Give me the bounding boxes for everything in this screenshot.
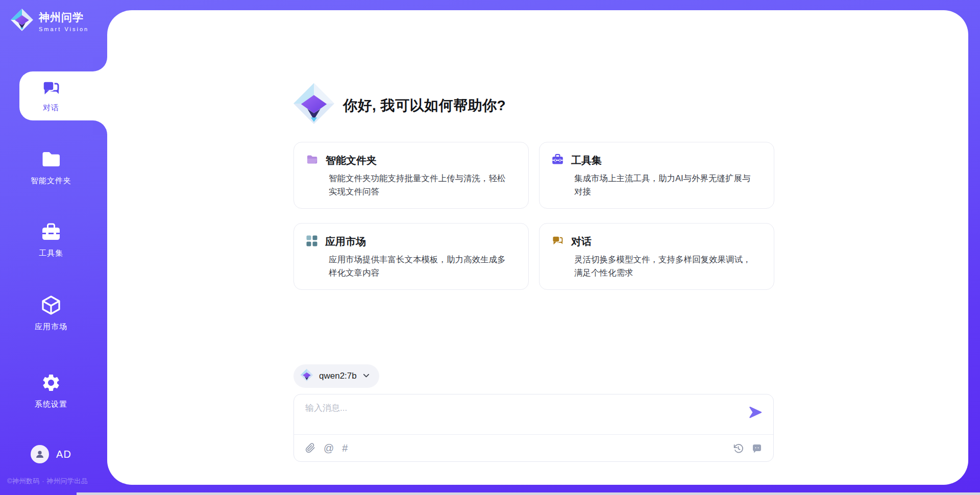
card-title: 工具集 — [571, 154, 602, 167]
message-composer: @ # — [293, 394, 774, 462]
brand-tagline: Smart Vision — [39, 26, 89, 32]
sidebar: 神州问学 Smart Vision 对话 智能文件夹 — [0, 0, 107, 495]
sidebar-item-settings[interactable]: 系统设置 — [0, 373, 102, 409]
folder-icon — [41, 149, 61, 171]
chevron-down-icon — [362, 372, 370, 381]
sidebar-item-label: 工具集 — [39, 249, 63, 258]
sidebar-item-tools[interactable]: 工具集 — [0, 222, 102, 258]
main-panel: 你好, 我可以如何帮助你? 智能文件夹 智能文件夹功能支持批量文件上传与清洗，轻… — [107, 10, 968, 485]
user-initials: AD — [56, 449, 71, 460]
sidebar-item-label: 智能文件夹 — [31, 176, 71, 186]
user-profile[interactable]: AD — [0, 445, 102, 463]
active-tab-fillet-bottom — [93, 120, 107, 135]
history-icon[interactable] — [733, 443, 744, 454]
card-smart-folders[interactable]: 智能文件夹 智能文件夹功能支持批量文件上传与清洗，轻松实现文件问答 — [293, 142, 529, 209]
sidebar-item-folders[interactable]: 智能文件夹 — [0, 149, 102, 186]
card-title: 应用市场 — [325, 235, 366, 249]
hashtag-icon[interactable]: # — [342, 443, 348, 453]
card-chat[interactable]: 对话 灵活切换多模型文件，支持多样回复效果调试，满足个性化需求 — [539, 223, 774, 290]
sidebar-item-chat[interactable]: 对话 — [19, 71, 107, 120]
mention-icon[interactable]: @ — [324, 443, 334, 453]
brand: 神州问学 Smart Vision — [10, 8, 89, 34]
card-title: 智能文件夹 — [326, 154, 377, 167]
composer-toolbar: @ # — [305, 435, 762, 461]
feature-cards: 智能文件夹 智能文件夹功能支持批量文件上传与清洗，轻松实现文件问答 工具集 集成… — [293, 142, 774, 290]
card-title: 对话 — [571, 235, 592, 249]
copyright-text: ©神州数码 · 神州问学出品 — [7, 477, 88, 486]
attachment-icon[interactable] — [305, 443, 315, 453]
chat-icon — [552, 235, 564, 249]
active-tab-fillet-top — [93, 57, 107, 71]
brand-name: 神州问学 — [39, 10, 89, 24]
card-app-market[interactable]: 应用市场 应用市场提供丰富长文本模板，助力高效生成多样化文章内容 — [293, 223, 529, 290]
folder-icon — [306, 154, 318, 167]
hero-diamond-icon — [292, 82, 335, 127]
bottom-edge-strip — [77, 492, 980, 495]
sidebar-item-label: 系统设置 — [35, 400, 67, 409]
chat-icon — [42, 79, 60, 100]
apps-grid-icon — [306, 235, 317, 249]
sidebar-item-market[interactable]: 应用市场 — [0, 295, 102, 332]
send-icon[interactable] — [748, 405, 763, 419]
sidebar-item-label: 对话 — [43, 103, 59, 113]
briefcase-icon — [41, 222, 61, 244]
card-description: 应用市场提供丰富长文本模板，助力高效生成多样化文章内容 — [329, 253, 510, 279]
page-title: 你好, 我可以如何帮助你? — [343, 96, 506, 115]
model-diamond-icon — [300, 368, 313, 384]
card-description: 智能文件夹功能支持批量文件上传与清洗，轻松实现文件问答 — [329, 172, 510, 198]
card-description: 灵活切换多模型文件，支持多样回复效果调试，满足个性化需求 — [574, 253, 756, 279]
card-description: 集成市场上主流工具，助力AI与外界无缝扩展与对接 — [574, 172, 756, 198]
message-input[interactable] — [305, 402, 729, 432]
cube-icon — [41, 295, 61, 317]
briefcase-icon — [552, 154, 564, 167]
avatar — [31, 445, 49, 463]
sidebar-item-label: 应用市场 — [35, 322, 67, 332]
brand-logo-diamond-icon — [10, 8, 34, 34]
model-name: qwen2:7b — [319, 371, 357, 381]
chat-bubble-icon[interactable] — [752, 443, 762, 453]
card-toolset[interactable]: 工具集 集成市场上主流工具，助力AI与外界无缝扩展与对接 — [539, 142, 774, 209]
model-selector[interactable]: qwen2:7b — [293, 364, 379, 388]
gear-icon — [41, 373, 61, 395]
